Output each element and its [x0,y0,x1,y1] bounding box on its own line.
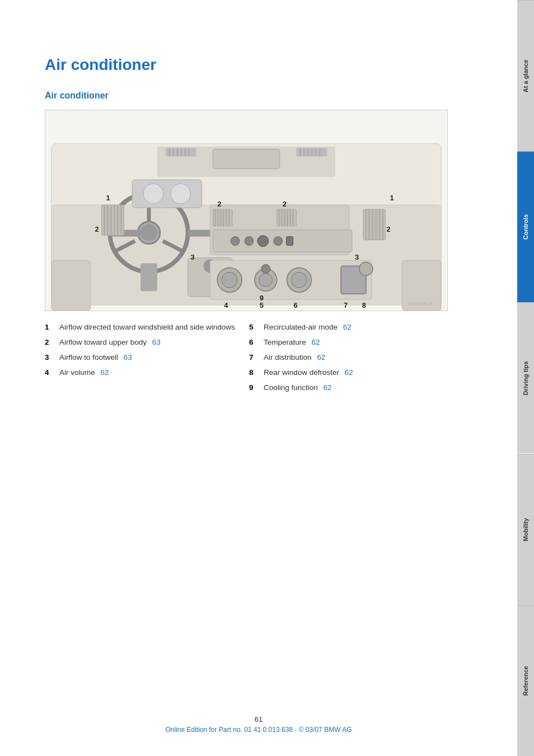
item-number: 9 [249,383,260,393]
item-text: Airflow toward upper body 63 [59,337,249,348]
page-footer: 61 Online Edition for Part no. 01 41 0 0… [0,715,517,734]
item-number: 2 [45,337,56,348]
item-text: Temperature 62 [264,337,453,348]
item-text: Airflow directed toward windshield and s… [59,322,249,333]
svg-point-73 [359,262,373,275]
page-title: Air conditioner [45,56,453,74]
left-column: 1 Airflow directed toward windshield and… [45,322,249,397]
sidebar-tab-label: Mobility [522,518,529,541]
sidebar-tab-label: Driving tips [522,361,529,396]
item-number: 7 [249,353,260,363]
svg-point-44 [231,237,240,246]
svg-rect-75 [132,180,202,208]
svg-text:6: 6 [294,301,298,309]
main-content: Air conditioner Air conditioner [0,0,487,756]
svg-point-45 [245,237,254,246]
item-page-ref[interactable]: 63 [150,338,161,346]
svg-rect-25 [140,263,157,291]
svg-point-77 [171,184,191,204]
item-page-ref[interactable]: 63 [121,353,132,361]
sidebar-tab-label: Reference [522,666,529,696]
svg-rect-36 [277,209,297,226]
svg-point-67 [222,272,237,288]
item-page-ref[interactable]: 62 [341,323,352,331]
svg-point-74 [261,264,270,273]
svg-rect-58 [101,205,124,236]
section-heading: Air conditioner [45,91,453,101]
item-number: 3 [45,353,56,363]
item-text: Recirculated-air mode 62 [264,322,453,333]
footer-text: Online Edition for Part no. 01 41 0 013 … [0,726,517,734]
svg-text:1: 1 [390,194,394,202]
svg-text:3: 3 [355,253,359,261]
sidebar-tab-at-a-glance[interactable]: At a glance [517,0,534,151]
svg-text:2: 2 [387,225,391,233]
svg-point-71 [292,272,307,288]
page-container: Air conditioner Air conditioner [0,0,534,756]
svg-rect-3 [213,149,279,169]
list-item: 8 Rear window defroster 62 [249,368,453,378]
list-item: 9 Cooling function 62 [249,383,453,393]
svg-text:9: 9 [260,294,264,302]
item-number: 4 [45,368,56,378]
item-number: 8 [249,368,260,378]
sidebar-tab-driving-tips[interactable]: Driving tips [517,302,534,453]
list-item: 3 Airflow to footwell 63 [45,353,249,363]
item-page-ref[interactable]: 62 [321,383,332,392]
item-text: Cooling function 62 [264,383,453,393]
svg-text:2: 2 [283,200,287,208]
sidebar-tab-reference[interactable]: Reference [517,605,534,756]
svg-text:8: 8 [362,301,366,309]
sidebar-tab-mobility[interactable]: Mobility [517,454,534,605]
svg-point-76 [143,184,163,204]
list-item: 7 Air distribution 62 [249,353,453,363]
svg-text:7: 7 [344,301,348,309]
right-column: 5 Recirculated-air mode 62 6 Temperature… [249,322,453,397]
item-page-ref[interactable]: 62 [315,353,326,361]
svg-rect-29 [213,209,232,226]
svg-point-24 [140,224,157,241]
svg-rect-78 [51,261,91,311]
list-item: 4 Air volume 62 [45,368,249,378]
diagram-svg: 1 1 2 2 2 2 3 3 4 5 6 [45,110,447,311]
item-text: Airflow to footwell 63 [59,353,249,363]
list-item: 5 Recirculated-air mode 62 [249,322,453,333]
item-text: Rear window defroster 62 [264,368,453,378]
item-text: Air volume 62 [59,368,249,378]
item-number: 6 [249,337,260,348]
car-diagram: 1 1 2 2 2 2 3 3 4 5 6 [45,110,448,311]
svg-text:1: 1 [106,194,110,202]
list-item: 6 Temperature 62 [249,337,453,348]
list-item: 1 Airflow directed toward windshield and… [45,322,249,333]
item-page-ref[interactable]: 62 [310,338,320,346]
sidebar-tab-label: Controls [522,214,529,240]
item-number: 1 [45,322,56,333]
svg-point-69 [259,273,273,287]
svg-text:VIC04525JA: VIC04525JA [407,301,433,306]
item-number: 5 [249,322,260,333]
sidebar-tab-controls[interactable]: Controls [517,151,534,302]
svg-text:3: 3 [191,253,195,261]
item-text: Air distribution 62 [264,353,453,363]
sidebar-tab-label: At a glance [522,59,529,92]
items-list: 1 Airflow directed toward windshield and… [45,322,453,397]
svg-text:2: 2 [95,225,99,233]
item-page-ref[interactable]: 62 [343,368,353,377]
sidebar-tabs: At a glance Controls Driving tips Mobili… [517,0,534,756]
svg-rect-51 [363,209,386,240]
svg-text:5: 5 [260,301,264,309]
svg-text:4: 4 [224,301,228,309]
page-number: 61 [0,715,517,724]
svg-text:2: 2 [217,200,221,208]
list-item: 2 Airflow toward upper body 63 [45,337,249,348]
svg-point-46 [257,236,269,247]
svg-rect-48 [287,237,293,246]
item-page-ref[interactable]: 62 [99,368,109,377]
svg-point-47 [274,237,283,246]
